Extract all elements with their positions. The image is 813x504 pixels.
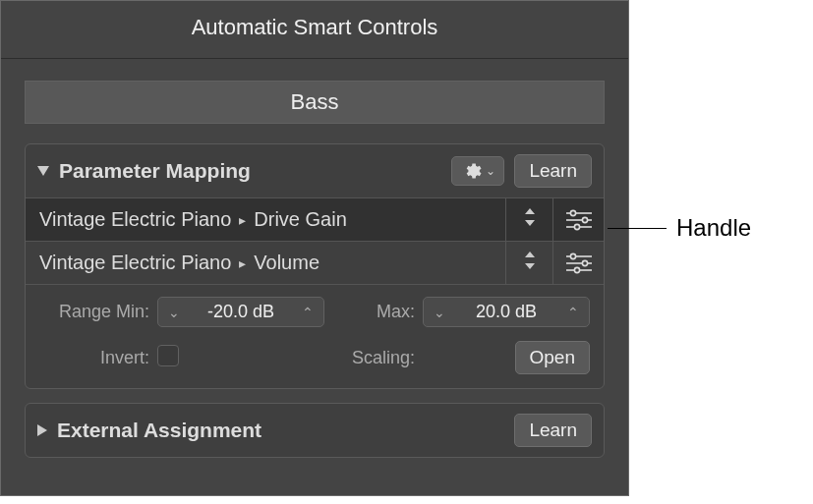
svg-point-1: [570, 210, 575, 215]
parameter-label: Vintage Electric Piano ▸ Drive Gain: [26, 198, 505, 241]
range-max-label: Max:: [324, 302, 423, 322]
range-max-value: 20.0 dB: [476, 302, 537, 322]
row-stepper[interactable]: [505, 198, 552, 241]
parameter-label: Vintage Electric Piano ▸ Volume: [26, 242, 505, 284]
chevron-down-icon: ⌄: [486, 164, 495, 178]
svg-point-9: [582, 260, 587, 265]
chevron-up-icon: ⌃: [298, 305, 318, 320]
sliders-icon: [564, 252, 594, 274]
external-assignment-title: External Assignment: [57, 419, 504, 442]
invert-checkbox[interactable]: [157, 345, 179, 366]
parameter-mapping-title: Parameter Mapping: [59, 159, 441, 183]
path-arrow-icon: ▸: [239, 212, 246, 228]
gear-menu-button[interactable]: ⌄: [451, 156, 504, 186]
open-scaling-button[interactable]: Open: [515, 341, 590, 374]
chevron-down-icon: ⌄: [430, 305, 449, 320]
invert-label: Invert:: [39, 348, 157, 368]
range-min-stepper[interactable]: ⌄ -20.0 dB ⌃: [157, 297, 324, 327]
range-min-label: Range Min:: [39, 302, 157, 322]
sliders-handle[interactable]: [552, 242, 604, 284]
path-arrow-icon: ▸: [239, 255, 246, 271]
gear-icon: [462, 161, 482, 181]
panel-title: Automatic Smart Controls: [1, 1, 628, 59]
range-min-value: -20.0 dB: [207, 302, 274, 322]
learn-button[interactable]: Learn: [514, 154, 592, 188]
external-assignment-section: External Assignment Learn: [25, 403, 605, 458]
sliders-handle[interactable]: [552, 198, 604, 241]
chevron-down-icon: ⌄: [164, 305, 184, 320]
parameter-mapping-section: Parameter Mapping ⌄ Learn Vintage Electr…: [25, 143, 605, 389]
parameter-row[interactable]: Vintage Electric Piano ▸ Drive Gain: [26, 197, 604, 241]
sliders-icon: [564, 209, 594, 231]
disclosure-triangle-icon[interactable]: [37, 424, 47, 436]
track-name-banner[interactable]: Bass: [25, 81, 605, 124]
parameter-row[interactable]: Vintage Electric Piano ▸ Volume: [26, 241, 604, 284]
svg-point-11: [574, 267, 579, 272]
scaling-label: Scaling:: [324, 348, 423, 368]
svg-point-7: [570, 253, 575, 258]
disclosure-triangle-icon[interactable]: [37, 166, 49, 176]
svg-point-5: [574, 224, 579, 229]
chevron-up-icon: ⌃: [563, 305, 583, 320]
learn-button[interactable]: Learn: [514, 414, 592, 447]
up-down-icon: [523, 206, 537, 233]
range-max-stepper[interactable]: ⌄ 20.0 dB ⌃: [423, 297, 590, 327]
smart-controls-panel: Automatic Smart Controls Bass Parameter …: [0, 0, 629, 496]
row-stepper[interactable]: [505, 242, 552, 284]
callout-handle: Handle: [676, 214, 751, 242]
up-down-icon: [523, 250, 537, 276]
svg-point-3: [582, 217, 587, 222]
